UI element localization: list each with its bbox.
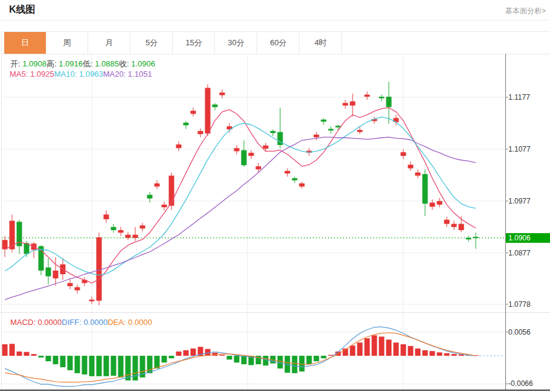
kline-widget: K线图 基本面分析> 日周月5分15分30分60分4时 开: 1.0908高: … — [0, 0, 550, 392]
candle-down — [46, 268, 51, 277]
macd-bar-positive — [452, 354, 457, 356]
readout-item: 低: 1.0885 — [83, 59, 119, 68]
readout-item: MA5: 1.0925 — [10, 69, 54, 79]
candle-down — [423, 174, 428, 204]
macd-bar-negative — [39, 356, 44, 358]
candle-up — [234, 148, 240, 151]
macd-bar-positive — [372, 335, 377, 356]
candle-up — [118, 230, 124, 233]
macd-bar-negative — [234, 356, 240, 362]
price-axis-label: 1.0977 — [508, 197, 531, 205]
macd-bar-negative — [118, 356, 124, 378]
candle-up — [444, 220, 450, 224]
candle-up — [191, 111, 196, 114]
candle-up — [437, 201, 443, 205]
macd-bar-positive — [437, 352, 443, 356]
price-axis-label: 1.1177 — [508, 93, 530, 101]
macd-bar-negative — [299, 356, 305, 371]
candle-down — [241, 150, 247, 165]
macd-bar-positive — [394, 342, 399, 356]
candle-up — [452, 224, 457, 227]
candle-down — [473, 237, 479, 238]
candle-up — [401, 152, 406, 156]
macd-bar-negative — [307, 356, 312, 364]
candle-up — [162, 205, 167, 207]
candle-down — [379, 97, 385, 98]
macd-readout: MACD: 0.0000DIFF: 0.0000DEA: 0.0000 — [10, 318, 152, 327]
candle-down — [111, 227, 117, 230]
macd-bar-positive — [357, 342, 363, 356]
candle-up — [285, 171, 290, 173]
candle-down — [184, 123, 189, 125]
macd-bar-positive — [401, 344, 406, 356]
candle-up — [263, 146, 269, 149]
macd-bar-negative — [111, 356, 117, 376]
readout-item: 高: 1.0916 — [46, 59, 83, 68]
candle-up — [343, 103, 348, 105]
candle-up — [365, 95, 370, 97]
macd-bar-positive — [2, 344, 8, 356]
readout-item: DIFF: 0.0000 — [62, 318, 107, 327]
candle-up — [408, 165, 414, 169]
readout-item: 收: 1.0906 — [119, 59, 155, 68]
candle-up — [133, 235, 138, 238]
readout-item: DEA: 0.0000 — [107, 318, 152, 327]
macd-bar-positive — [10, 344, 15, 356]
macd-bar-negative — [104, 356, 109, 376]
candle-up — [68, 283, 73, 286]
candle-up — [249, 153, 254, 156]
macd-bar-negative — [155, 356, 160, 368]
candle-up — [169, 176, 174, 206]
candle-up — [350, 101, 356, 106]
candle-down — [328, 129, 334, 130]
macd-bar-negative — [241, 356, 247, 364]
ma10-line — [5, 117, 476, 275]
macd-bar-negative — [263, 356, 269, 365]
candle-up — [314, 135, 319, 137]
candle-down — [292, 178, 298, 180]
candle-up — [155, 184, 160, 187]
readout-item: MACD: 0.0000 — [10, 318, 62, 327]
current-price-tag: 1.0906 — [506, 233, 550, 243]
macd-bar-positive — [220, 355, 225, 356]
candle-up — [205, 88, 211, 134]
macd-axis-label: -0.0066 — [508, 379, 533, 388]
macd-bar-positive — [24, 352, 30, 356]
candle-down — [147, 195, 153, 199]
macd-bar-negative — [169, 356, 174, 358]
candle-up — [415, 173, 421, 176]
macd-bar-negative — [162, 356, 167, 362]
ma5-line — [5, 108, 476, 283]
macd-bar-positive — [350, 345, 356, 356]
candle-up — [198, 131, 203, 134]
macd-bar-negative — [133, 356, 138, 381]
macd-bar-negative — [82, 356, 88, 374]
macd-bar-positive — [444, 353, 450, 356]
macd-axis-label: 0.0056 — [508, 328, 531, 336]
price-axis-label: 1.0877 — [508, 249, 531, 257]
macd-bar-positive — [423, 350, 428, 356]
candle-up — [220, 92, 225, 95]
price-axis-label: 1.0778 — [508, 300, 531, 309]
candle-up — [357, 130, 363, 132]
candle-down — [466, 238, 472, 240]
macd-bar-positive — [191, 349, 196, 356]
macd-bar-negative — [53, 356, 59, 364]
macd-bar-positive — [430, 351, 435, 356]
macd-bar-positive — [408, 346, 414, 356]
candle-up — [176, 144, 182, 148]
candle-down — [386, 97, 392, 107]
macd-bar-negative — [292, 356, 298, 373]
candle-down — [270, 131, 276, 133]
macd-bar-negative — [75, 356, 80, 373]
macd-bar-positive — [184, 350, 189, 356]
price-axis-label: 1.1077 — [508, 145, 531, 153]
macd-bar-positive — [365, 338, 370, 356]
macd-bar-negative — [68, 356, 73, 370]
candle-down — [336, 126, 341, 127]
macd-bar-positive — [415, 349, 421, 356]
candle-up — [140, 225, 145, 228]
readout-item: MA10: 1.0963 — [54, 69, 103, 79]
macd-bar-positive — [176, 352, 182, 356]
readout-item: MA20: 1.1051 — [103, 69, 152, 79]
